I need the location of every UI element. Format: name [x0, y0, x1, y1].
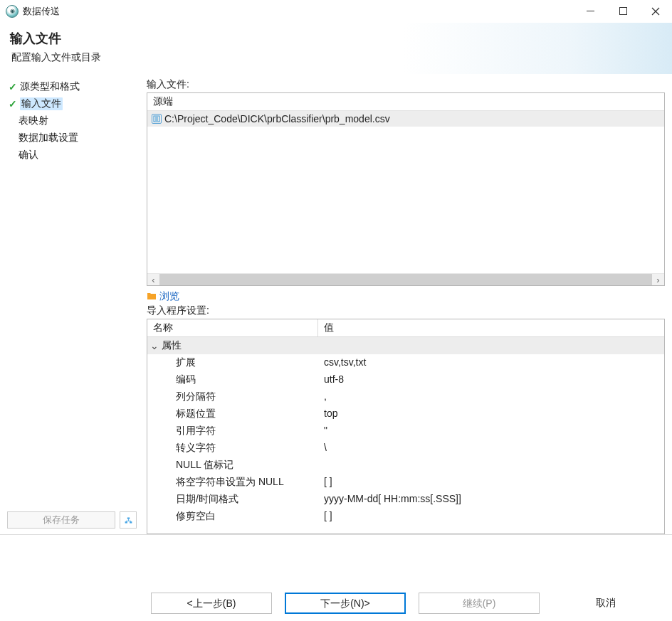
content-panel: 输入文件: 源端 C:\Project_Code\DICK\prbClassif… — [144, 74, 672, 534]
settings-value: csv,tsv,txt — [318, 354, 664, 371]
step-label: 输入文件 — [20, 97, 63, 110]
check-icon: ✓ — [9, 98, 20, 110]
settings-value — [318, 457, 664, 474]
next-button[interactable]: 下一步(N)> — [285, 593, 406, 614]
sidebar-footer: 保存任务 — [7, 511, 137, 529]
input-files-label: 输入文件: — [147, 78, 665, 91]
scroll-track[interactable] — [159, 274, 652, 285]
step-label: 源类型和格式 — [20, 80, 80, 93]
step-label: 确认 — [19, 149, 38, 161]
file-row[interactable]: C:\Project_Code\DICK\prbClassifier\prb_m… — [147, 111, 664, 127]
settings-name-header: 名称 — [147, 319, 318, 336]
minimize-button[interactable] — [574, 0, 607, 23]
step-source-type[interactable]: ✓ 源类型和格式 — [7, 80, 137, 94]
settings-value: , — [318, 388, 664, 405]
settings-table-header: 名称 值 — [147, 319, 664, 337]
svg-rect-5 — [130, 521, 132, 523]
maximize-button[interactable] — [607, 0, 639, 23]
footer-buttons: <上一步(B) 下一步(N)> 继续(P) 取消 — [0, 593, 672, 621]
window-title: 数据传送 — [23, 5, 60, 18]
cancel-button[interactable]: 取消 — [552, 593, 659, 614]
step-data-load-settings[interactable]: 数据加载设置 — [7, 131, 137, 145]
step-confirm[interactable]: 确认 — [7, 148, 137, 162]
settings-group-row[interactable]: ⌄ 属性 — [147, 337, 664, 354]
browse-row: 浏览 — [147, 290, 665, 303]
save-task-button[interactable]: 保存任务 — [7, 511, 115, 529]
settings-name: 修剪空白 — [147, 508, 318, 525]
settings-name: 引用字符 — [147, 423, 318, 440]
settings-value-header: 值 — [318, 319, 664, 336]
folder-icon — [147, 292, 157, 302]
csv-file-icon — [152, 114, 162, 124]
settings-value: yyyy-MM-dd[ HH:mm:ss[.SSS]] — [318, 491, 664, 508]
check-icon: ✓ — [9, 81, 20, 92]
settings-row-extension[interactable]: 扩展 csv,tsv,txt — [147, 354, 664, 371]
scroll-right-icon[interactable]: › — [652, 274, 664, 285]
importer-settings-table: 名称 值 ⌄ 属性 扩展 csv,tsv,txt 编码 utf-8 列分隔符 ,… — [147, 319, 665, 534]
settings-row-quote-char[interactable]: 引用字符 " — [147, 423, 664, 440]
settings-name: 扩展 — [147, 354, 318, 371]
settings-value: [ ] — [318, 508, 664, 525]
settings-value: top — [318, 405, 664, 423]
settings-name: 转义字符 — [147, 440, 318, 457]
page-title: 输入文件 — [10, 30, 662, 47]
app-icon: ◉ — [6, 5, 19, 18]
settings-name: 编码 — [147, 371, 318, 388]
settings-row-empty-as-null[interactable]: 将空字符串设置为 NULL [ ] — [147, 474, 664, 491]
step-label: 数据加载设置 — [19, 132, 78, 144]
browse-link[interactable]: 浏览 — [159, 290, 179, 303]
settings-name: 标题位置 — [147, 405, 318, 423]
back-button[interactable]: <上一步(B) — [151, 593, 272, 614]
horizontal-scrollbar[interactable]: ‹ › — [147, 273, 664, 285]
settings-value: \ — [318, 440, 664, 457]
settings-row-trim-whitespace[interactable]: 修剪空白 [ ] — [147, 508, 664, 525]
settings-row-column-delimiter[interactable]: 列分隔符 , — [147, 388, 664, 405]
settings-name: 日期/时间格式 — [147, 491, 318, 508]
settings-name: 列分隔符 — [147, 388, 318, 405]
filelist-column-header: 源端 — [147, 93, 664, 111]
settings-row-encoding[interactable]: 编码 utf-8 — [147, 371, 664, 388]
continue-button: 继续(P) — [419, 593, 540, 614]
svg-rect-6 — [127, 517, 129, 519]
svg-rect-4 — [125, 521, 127, 523]
file-path: C:\Project_Code\DICK\prbClassifier\prb_m… — [164, 113, 390, 124]
scroll-left-icon[interactable]: ‹ — [147, 274, 159, 285]
settings-row-datetime-format[interactable]: 日期/时间格式 yyyy-MM-dd[ HH:mm:ss[.SSS]] — [147, 491, 664, 508]
window-controls — [574, 0, 672, 23]
main-body: ✓ 源类型和格式 ✓ 输入文件 表映射 数据加载设置 确认 保存任务 — [0, 74, 672, 535]
settings-row-null-marker[interactable]: NULL 值标记 — [147, 457, 664, 474]
titlebar: ◉ 数据传送 — [0, 0, 672, 23]
step-input-file[interactable]: ✓ 输入文件 — [7, 97, 137, 111]
step-label: 表映射 — [19, 115, 48, 127]
settings-row-escape-char[interactable]: 转义字符 \ — [147, 440, 664, 457]
settings-value: " — [318, 423, 664, 440]
importer-settings-label: 导入程序设置: — [147, 304, 665, 317]
settings-row-header-position[interactable]: 标题位置 top — [147, 405, 664, 423]
chevron-down-icon: ⌄ — [150, 340, 162, 351]
settings-value: utf-8 — [318, 371, 664, 388]
page-subtitle: 配置输入文件或目录 — [11, 51, 662, 64]
wizard-steps: ✓ 源类型和格式 ✓ 输入文件 表映射 数据加载设置 确认 — [7, 80, 137, 511]
header: 输入文件 配置输入文件或目录 — [0, 23, 672, 74]
settings-name: 将空字符串设置为 NULL — [147, 474, 318, 491]
close-button[interactable] — [639, 0, 672, 23]
settings-name: NULL 值标记 — [147, 457, 318, 474]
input-file-list: 源端 C:\Project_Code\DICK\prbClassifier\pr… — [147, 92, 665, 286]
wizard-sidebar: ✓ 源类型和格式 ✓ 输入文件 表映射 数据加载设置 确认 保存任务 — [0, 74, 144, 534]
step-table-mapping[interactable]: 表映射 — [7, 114, 137, 128]
svg-rect-1 — [619, 8, 626, 15]
settings-value: [ ] — [318, 474, 664, 491]
settings-group-label: 属性 — [162, 339, 182, 352]
connection-icon-button[interactable] — [120, 511, 137, 529]
filelist-body[interactable]: C:\Project_Code\DICK\prbClassifier\prb_m… — [147, 111, 664, 273]
